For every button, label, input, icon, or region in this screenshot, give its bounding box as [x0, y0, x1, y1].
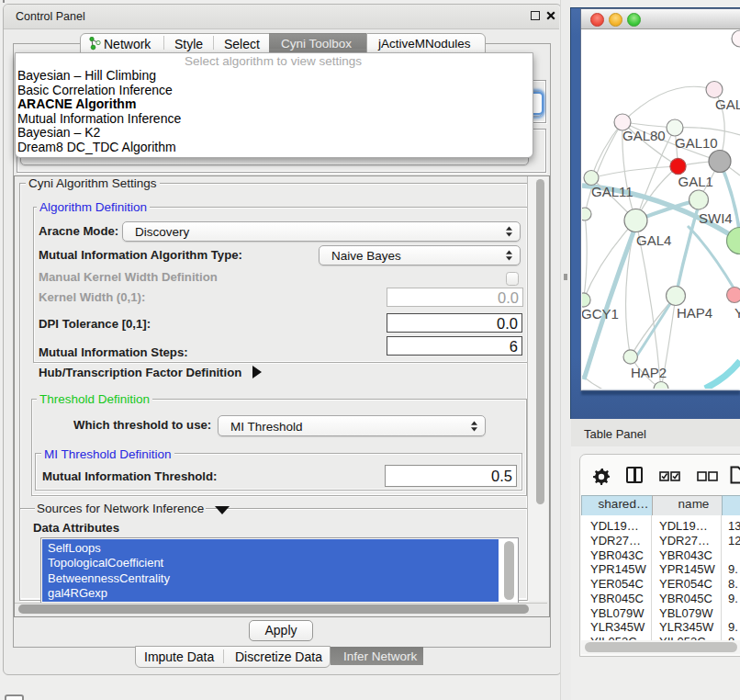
svg-text:GAL10: GAL10 [675, 135, 718, 151]
svg-text:GAL4: GAL4 [636, 232, 671, 248]
svg-text:GCY1: GCY1 [582, 306, 619, 322]
svg-text:YB: YB [734, 305, 740, 321]
svg-text:HAP4: HAP4 [677, 305, 712, 321]
svg-text:GAL1: GAL1 [678, 174, 713, 189]
svg-text:SWI4: SWI4 [699, 210, 733, 226]
svg-text:GAL11: GAL11 [591, 184, 633, 199]
svg-text:GAL2: GAL2 [715, 96, 740, 112]
svg-text:HAP2: HAP2 [631, 365, 667, 380]
svg-text:GAL80: GAL80 [622, 128, 666, 143]
